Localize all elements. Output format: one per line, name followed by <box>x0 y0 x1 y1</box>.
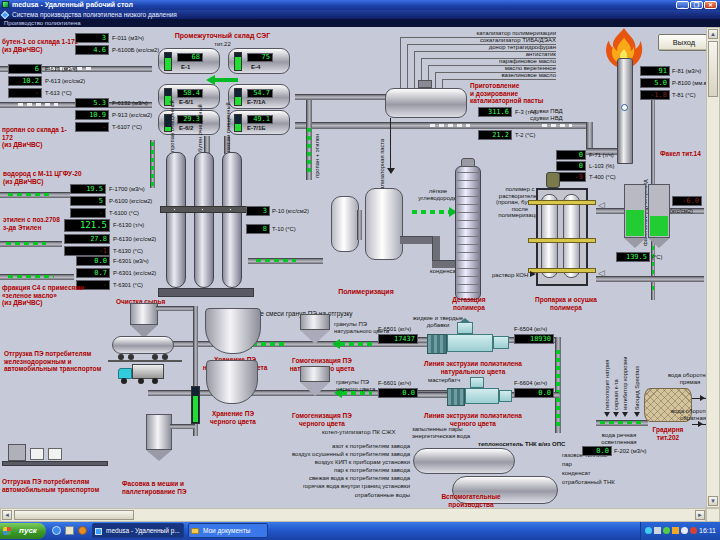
led-display[interactable]: 10.9 <box>75 110 109 120</box>
led-display[interactable]: 3 <box>246 206 270 216</box>
tray-icon[interactable] <box>654 527 661 534</box>
minimize-button[interactable]: _ <box>676 1 689 9</box>
led-display[interactable]: 0 <box>556 161 586 171</box>
packing-machine[interactable] <box>8 444 26 461</box>
led-display[interactable]: 0.0 <box>378 388 418 398</box>
led-display[interactable]: - <box>8 88 42 98</box>
taskbar-window-active[interactable]: medusa - Удаленный р... <box>92 523 184 538</box>
vertical-scrollbar[interactable]: ▲ ▼ <box>706 27 720 508</box>
homogenizer-natural[interactable] <box>300 314 330 330</box>
led-value: -6.0 <box>682 197 699 205</box>
led-display[interactable]: 4.6 <box>75 45 109 55</box>
led-display[interactable]: 27.8 <box>64 234 110 244</box>
led-value: 0.7 <box>94 269 107 277</box>
tray-icon[interactable] <box>690 527 697 534</box>
tray-clock[interactable]: 16:11 <box>699 522 716 540</box>
led-display[interactable]: 0.0 <box>582 446 612 456</box>
extruder-hopper <box>457 322 473 334</box>
led-display[interactable]: - <box>75 122 109 132</box>
pipe <box>596 276 704 282</box>
scroll-right-button[interactable]: ► <box>695 510 705 520</box>
quicklaunch-player-icon[interactable] <box>78 526 87 535</box>
led-display[interactable]: 0.0 <box>514 388 554 398</box>
led-label: P-6301 (кгс/см2) <box>113 270 156 277</box>
led-display[interactable]: 21.2 <box>478 130 512 140</box>
led-display[interactable]: 0.0 <box>76 256 110 266</box>
tank-E4[interactable]: 75 Е-4 <box>228 48 290 74</box>
led-display[interactable]: -1 <box>64 246 110 256</box>
led-label: P-6100 (кгс/см2) <box>109 198 152 205</box>
truck-body[interactable] <box>132 364 164 379</box>
close-button[interactable]: ✕ <box>704 1 717 9</box>
led-display[interactable]: 10.2 <box>8 76 42 86</box>
utility-tank[interactable] <box>413 448 515 474</box>
led-display[interactable]: 5.3 <box>75 98 109 108</box>
led-display[interactable]: 8 <box>246 224 270 234</box>
led-display[interactable]: -1.8 <box>640 90 670 100</box>
adsorber-column[interactable] <box>222 152 242 288</box>
taskbar-window[interactable]: Мои документы <box>188 523 268 538</box>
tank-E1[interactable]: 68 Е-1 <box>158 48 220 74</box>
led-value: 3 <box>102 34 106 42</box>
window-titlebar[interactable]: medusa - Удаленный рабочий стол _ ❐ ✕ <box>0 0 720 10</box>
tank-E7-1B[interactable]: 49.1 Е-7/1Б <box>228 110 290 135</box>
catalyst-mixer-tank[interactable] <box>385 88 467 118</box>
tank-farm-subtitle: тит.22 <box>152 41 293 48</box>
tray-icon[interactable] <box>645 527 652 534</box>
reactor-vessel[interactable] <box>331 196 359 252</box>
railcar-hopper[interactable] <box>112 336 174 354</box>
led-value: 8 <box>263 225 267 233</box>
start-button[interactable]: пуск <box>0 523 46 539</box>
homogenizer-black[interactable] <box>300 366 330 382</box>
scroll-thumb[interactable] <box>708 41 718 97</box>
led-display[interactable]: 0 <box>556 150 586 160</box>
tank-E6-1[interactable]: 58.4 Е-6/1 <box>158 84 220 109</box>
tray-icon[interactable] <box>681 527 688 534</box>
tray-icon[interactable] <box>663 527 670 534</box>
scroll-up-button[interactable]: ▲ <box>708 29 718 39</box>
led-display[interactable]: 17437 <box>378 334 418 344</box>
flare-stack[interactable] <box>617 58 633 164</box>
product-bunker[interactable] <box>624 184 646 238</box>
led-value: 4.6 <box>93 46 106 54</box>
led-display[interactable]: 139.5 <box>616 252 650 262</box>
led-display[interactable]: 5.0 <box>640 78 670 88</box>
led-display[interactable]: 3 <box>75 33 109 43</box>
quicklaunch-desktop-icon[interactable] <box>65 526 74 535</box>
restore-button[interactable]: ❐ <box>690 1 703 9</box>
led-display[interactable]: 6 <box>8 64 42 74</box>
tank-name: Е-6/1 <box>179 99 193 105</box>
exit-button[interactable]: Выход <box>658 34 710 51</box>
scroll-left-button[interactable]: ◄ <box>2 510 12 520</box>
led-display[interactable]: 0.7 <box>76 268 110 278</box>
led-label: F-6504 (кг/ч) <box>514 326 547 333</box>
led-display[interactable]: -9 <box>556 172 586 182</box>
tank-E7-1A[interactable]: 54.7 Е-7/1А <box>228 84 290 109</box>
packing-silo[interactable] <box>146 414 172 450</box>
scroll-down-button[interactable]: ▼ <box>708 496 718 506</box>
led-display[interactable]: 91 <box>640 66 670 76</box>
app-icon <box>1 11 9 19</box>
tray-icon[interactable] <box>672 527 679 534</box>
scroll-thumb[interactable] <box>14 510 134 520</box>
adsorber-column[interactable] <box>194 152 214 288</box>
led-display[interactable]: 121.5 <box>64 219 110 232</box>
led-display[interactable]: 311.6 <box>478 107 512 117</box>
storage-silo-black[interactable] <box>206 360 258 404</box>
led-display[interactable]: 19.5 <box>70 184 106 194</box>
led-display[interactable]: 18930 <box>514 334 554 344</box>
extruder-natural[interactable] <box>447 334 493 352</box>
horizontal-scrollbar[interactable]: ◄ ► <box>0 508 706 522</box>
extruder-black[interactable] <box>465 388 499 404</box>
tank-E6-2[interactable]: 29.3 Е-6/2 <box>158 110 220 135</box>
led-value: 27.8 <box>90 235 107 243</box>
storage-silo-natural[interactable] <box>205 308 261 354</box>
product-bunker[interactable] <box>648 184 670 238</box>
led-display[interactable]: 5 <box>70 196 106 206</box>
loading-hopper[interactable] <box>130 303 158 325</box>
quicklaunch-ie-icon[interactable] <box>52 526 61 535</box>
reactor-vessel[interactable] <box>365 188 403 260</box>
utility-line: отработанный ТНК <box>562 479 642 486</box>
adsorber-column[interactable] <box>166 152 186 288</box>
led-display[interactable]: -6.0 <box>672 196 702 206</box>
